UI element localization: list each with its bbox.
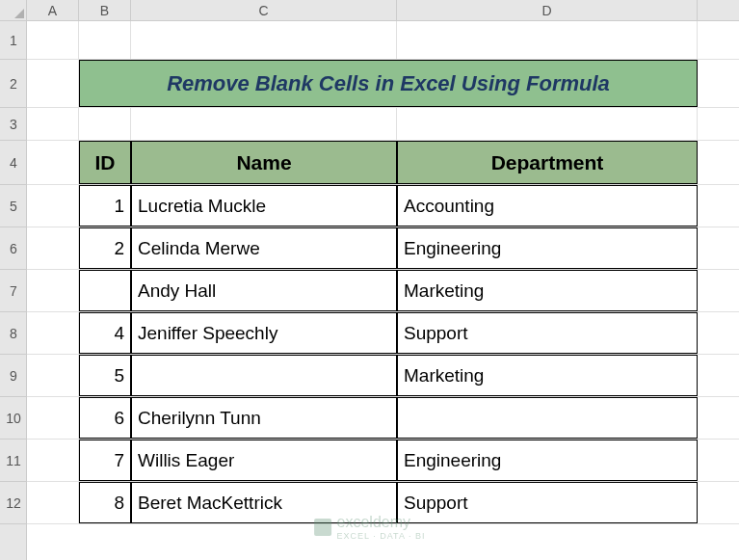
table-header-name[interactable]: Name — [131, 141, 397, 184]
cell-department[interactable]: Support — [397, 312, 698, 354]
cell[interactable] — [27, 185, 79, 227]
cell[interactable] — [27, 108, 79, 140]
col-header-d[interactable]: D — [397, 0, 698, 21]
cell-name[interactable]: Andy Hall — [131, 270, 397, 311]
table-row: 5 Marketing — [27, 355, 739, 397]
cell-name[interactable] — [131, 355, 397, 396]
row-header-4[interactable]: 4 — [0, 141, 27, 185]
table-header-department[interactable]: Department — [397, 141, 698, 184]
col-header-b[interactable]: B — [79, 0, 131, 21]
cell-department[interactable]: Accounting — [397, 185, 698, 227]
cell[interactable] — [27, 397, 79, 439]
cell[interactable] — [27, 312, 79, 354]
table-row: 4 Jeniffer Speechly Support — [27, 312, 739, 355]
cell-id[interactable] — [79, 270, 131, 311]
col-header-a[interactable]: A — [27, 0, 79, 21]
grid-row: ID Name Department — [27, 141, 739, 185]
table-row: 2 Celinda Merwe Engineering — [27, 227, 739, 270]
grid: Remove Blank Cells in Excel Using Formul… — [27, 21, 739, 560]
cell-id[interactable]: 4 — [79, 312, 131, 354]
cell-id[interactable]: 5 — [79, 355, 131, 396]
select-all-corner[interactable] — [0, 0, 27, 21]
title-cell[interactable]: Remove Blank Cells in Excel Using Formul… — [79, 60, 698, 107]
row-header-9[interactable]: 9 — [0, 355, 27, 397]
cell-id[interactable]: 8 — [79, 482, 131, 523]
cell[interactable] — [27, 270, 79, 311]
row-header-10[interactable]: 10 — [0, 397, 27, 440]
cell[interactable] — [27, 355, 79, 396]
row-header-6[interactable]: 6 — [0, 227, 27, 270]
table-row: 6 Cherilynn Tunn — [27, 397, 739, 440]
cell[interactable] — [27, 21, 79, 59]
cell[interactable] — [131, 108, 397, 140]
row-header-7[interactable]: 7 — [0, 270, 27, 312]
cell[interactable] — [131, 21, 397, 59]
row-header-2[interactable]: 2 — [0, 60, 27, 108]
grid-row — [27, 108, 739, 141]
row-header-5[interactable]: 5 — [0, 185, 27, 227]
cell-name[interactable]: Jeniffer Speechly — [131, 312, 397, 354]
cell-department[interactable]: Marketing — [397, 355, 698, 396]
cell-department[interactable]: Marketing — [397, 270, 698, 311]
cell-department[interactable]: Support — [397, 482, 698, 523]
cell[interactable] — [27, 141, 79, 184]
cell[interactable] — [27, 60, 79, 107]
watermark-brand: exceldemy — [337, 514, 426, 531]
column-headers: A B C D — [27, 0, 739, 21]
cell-id[interactable]: 1 — [79, 185, 131, 227]
cell-department[interactable]: Engineering — [397, 440, 698, 481]
grid-row — [27, 21, 739, 60]
row-headers: 1 2 3 4 5 6 7 8 9 10 11 12 — [0, 21, 27, 560]
table-row: Andy Hall Marketing — [27, 270, 739, 312]
row-header-3[interactable]: 3 — [0, 108, 27, 141]
cell-department[interactable] — [397, 397, 698, 439]
cell[interactable] — [27, 440, 79, 481]
watermark: exceldemy EXCEL · DATA · BI — [314, 514, 426, 541]
cell[interactable] — [27, 227, 79, 269]
cell[interactable] — [397, 21, 698, 59]
grid-row: Remove Blank Cells in Excel Using Formul… — [27, 60, 739, 108]
cell-name[interactable]: Willis Eager — [131, 440, 397, 481]
watermark-logo-icon — [314, 519, 331, 536]
col-header-c[interactable]: C — [131, 0, 397, 21]
cell-name[interactable]: Cherilynn Tunn — [131, 397, 397, 439]
cell-id[interactable]: 2 — [79, 227, 131, 269]
cell[interactable] — [79, 21, 131, 59]
watermark-sub: EXCEL · DATA · BI — [337, 531, 426, 541]
table-row: 1 Lucretia Muckle Accounting — [27, 185, 739, 227]
cell-name[interactable]: Celinda Merwe — [131, 227, 397, 269]
cell[interactable] — [27, 482, 79, 523]
row-header-11[interactable]: 11 — [0, 440, 27, 482]
table-header-id[interactable]: ID — [79, 141, 131, 184]
cell-id[interactable]: 7 — [79, 440, 131, 481]
cell[interactable] — [79, 108, 131, 140]
cell-id[interactable]: 6 — [79, 397, 131, 439]
cell-department[interactable]: Engineering — [397, 227, 698, 269]
spreadsheet: A B C D 1 2 3 4 5 6 7 8 9 10 11 12 Remov… — [0, 0, 739, 560]
row-header-12[interactable]: 12 — [0, 482, 27, 524]
table-row: 7 Willis Eager Engineering — [27, 440, 739, 482]
row-header-1[interactable]: 1 — [0, 21, 27, 60]
cell-name[interactable]: Lucretia Muckle — [131, 185, 397, 227]
cell[interactable] — [397, 108, 698, 140]
row-header-8[interactable]: 8 — [0, 312, 27, 355]
